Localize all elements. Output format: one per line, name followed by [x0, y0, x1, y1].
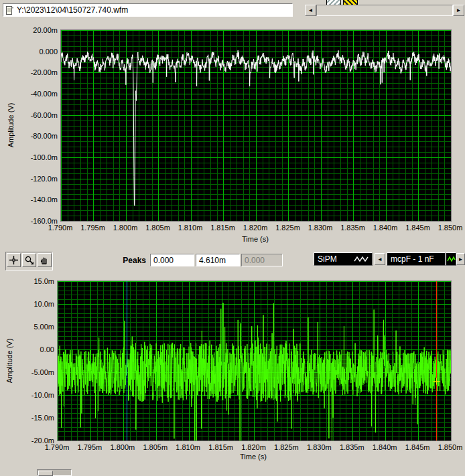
- x-tick-label: 1.810m: [175, 224, 206, 232]
- right-arrow-icon: ►: [456, 7, 462, 13]
- x-tick-label: 1.845m: [403, 224, 434, 232]
- legend-mcpf-label: mcpF - 1 nF: [391, 254, 434, 264]
- x-tick-label: 1.830m: [304, 443, 334, 451]
- green-waveform-glyph: [447, 255, 456, 263]
- legend-scroll-left-button[interactable]: ◄: [375, 253, 385, 265]
- plot-legend-mcpf[interactable]: mcpF - 1 nF: [387, 252, 446, 266]
- x-tick-label: 1.805m: [143, 224, 174, 232]
- x-axis-label: Time (s): [226, 453, 280, 461]
- horizontal-scrollbar-top: ◄ ►: [305, 5, 464, 16]
- x-tick-label: 1.790m: [42, 443, 72, 451]
- pan-tool-button[interactable]: [38, 253, 52, 267]
- x-tick-label: 1.830m: [305, 224, 336, 232]
- y-tick-label: -40.00m: [21, 90, 58, 98]
- x-tick-label: 1.835m: [338, 224, 369, 232]
- x-tick-label: 1.805m: [140, 443, 171, 451]
- cursor-tool-button[interactable]: [7, 253, 21, 267]
- waveform-graph-sipm: Amplitude (V) 20.00m0.000-20.00m-40.00m-…: [0, 20, 465, 248]
- y-axis-label: Amplitude (V): [7, 103, 15, 148]
- peak-value-field-2[interactable]: 4.610m: [196, 254, 240, 266]
- green-waveform-icon[interactable]: [446, 252, 456, 266]
- y-tick-label: -5.00m: [18, 368, 54, 376]
- bottom-scrollbar-track[interactable]: [37, 469, 72, 476]
- magnifier-icon: [24, 255, 34, 265]
- x-tick-label: 1.820m: [239, 443, 269, 451]
- plot-canvas-sipm[interactable]: [61, 30, 451, 221]
- left-arrow-icon: ◄: [377, 256, 383, 262]
- plot-legend-sipm[interactable]: SiPM: [314, 252, 373, 266]
- bottom-scrollbar-thumb[interactable]: [38, 471, 53, 476]
- x-tick-label: 1.815m: [208, 224, 239, 232]
- x-tick-label: 1.840m: [369, 443, 400, 451]
- x-tick-label: 1.840m: [370, 224, 401, 232]
- x-tick-label: 1.795m: [74, 443, 105, 451]
- legend-sipm-label: SiPM: [318, 254, 337, 264]
- plot-canvas-mcpf[interactable]: [58, 281, 451, 441]
- control-row: Peaks 0.000 4.610m 0.000 SiPM ◄ mcpF - 1…: [0, 248, 465, 274]
- y-tick-label: -140.0m: [21, 195, 58, 204]
- scrollbar-track[interactable]: [316, 5, 453, 16]
- y-tick-label: 0.000: [21, 48, 58, 56]
- file-path-input[interactable]: Y:\2023\12\04\150727.740.wfm: [3, 3, 293, 17]
- right-arrow-icon: ►: [458, 256, 464, 262]
- x-tick-label: 1.835m: [336, 443, 367, 451]
- x-tick-label: 1.845m: [402, 443, 433, 451]
- y-tick-label: -10.0m: [18, 391, 54, 399]
- y-tick-label: -100.0m: [21, 153, 58, 161]
- white-waveform-icon: [354, 255, 369, 263]
- x-tick-label: 1.800m: [107, 443, 138, 451]
- scroll-left-button[interactable]: ◄: [305, 5, 316, 16]
- file-path-text: Y:\2023\12\04\150727.740.wfm: [17, 5, 128, 15]
- x-tick-label: 1.820m: [240, 224, 271, 232]
- y-tick-label: 0.00: [18, 345, 54, 353]
- plot-area[interactable]: [60, 29, 452, 222]
- y-tick-label: 20.00m: [21, 26, 58, 34]
- x-tick-label: 1.795m: [78, 224, 109, 232]
- bottom-strip: [0, 469, 465, 476]
- peaks-label: Peaks: [106, 256, 146, 265]
- y-tick-label: -80.00m: [21, 132, 58, 140]
- y-axis-label: Amplitude (V): [5, 339, 13, 384]
- y-tick-label: -15.0m: [18, 414, 54, 422]
- y-tick-label: -60.00m: [21, 111, 58, 119]
- file-page-icon[interactable]: [5, 6, 14, 15]
- x-tick-label: 1.815m: [206, 443, 237, 451]
- x-tick-label: 1.850m: [435, 443, 465, 451]
- x-tick-label: 1.825m: [273, 224, 304, 232]
- y-tick-label: 15.0m: [18, 277, 54, 285]
- x-tick-label: 1.850m: [435, 224, 465, 232]
- peak-value-field-3-disabled: 0.000: [241, 254, 283, 266]
- x-tick-label: 1.825m: [271, 443, 302, 451]
- x-axis-label: Time (s): [228, 235, 282, 243]
- graph-palette: [5, 252, 53, 270]
- top-toolbar: Y:\2023\12\04\150727.740.wfm ◄ ►: [0, 0, 465, 20]
- y-tick-label: 10.0m: [18, 300, 54, 308]
- x-tick-label: 1.810m: [173, 443, 204, 451]
- x-tick-label: 1.790m: [45, 224, 76, 232]
- zoom-tool-button[interactable]: [22, 253, 36, 267]
- y-tick-label: 5.00m: [18, 323, 54, 331]
- crosshair-icon: [9, 255, 19, 265]
- y-tick-label: -20.00m: [21, 68, 58, 76]
- hand-icon: [40, 255, 50, 265]
- legend-scroll-right-button[interactable]: ►: [456, 253, 465, 265]
- waveform-graph-mcpf: Amplitude (V) 15.0m10.0m5.00m0.00-5.00m-…: [0, 274, 465, 469]
- peak-value-field-1[interactable]: 0.000: [150, 254, 194, 266]
- plot-area[interactable]: [57, 281, 452, 441]
- x-tick-label: 1.800m: [110, 224, 141, 232]
- scroll-right-button[interactable]: ►: [453, 5, 464, 16]
- left-arrow-icon: ◄: [308, 7, 314, 13]
- labview-window: { "toolbar": { "path_value": "Y:\\2023\\…: [0, 0, 465, 476]
- y-tick-label: -120.0m: [21, 175, 58, 183]
